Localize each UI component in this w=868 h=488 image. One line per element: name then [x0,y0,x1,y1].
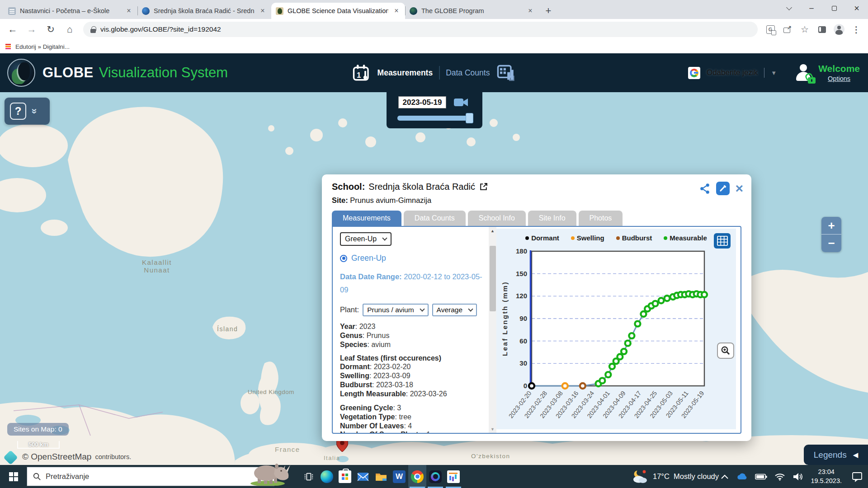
translate-icon[interactable]: G [763,22,778,37]
browser-menu-icon[interactable]: ⋮ [849,22,863,37]
edit-site-button[interactable] [716,182,730,195]
restore-button[interactable] [823,0,845,16]
taskbar-word[interactable]: W [390,465,408,488]
taskbar-clock[interactable]: 23:04 19.5.2023. [811,468,842,485]
legend-budburst: Budburst [616,234,652,242]
map-canvas[interactable]: Kalaallit Nunaat Ísland United Kingdom F… [0,92,868,465]
globe-logo[interactable] [7,59,35,87]
legend-dormant: Dormant [525,234,559,242]
school-name: Srednja škola Braća Radić [368,182,475,192]
attribution-osm[interactable]: © OpenStreetMap [22,452,91,462]
task-view-button[interactable] [300,465,318,488]
browser-tab-1[interactable]: Nastavnici - Početna – e-Škole × [4,3,137,19]
greenup-radio[interactable] [340,255,347,262]
protocol-select[interactable]: Green-Up [340,232,392,246]
svg-text:150: 150 [516,270,527,277]
nav-data-counts[interactable]: Data Counts [446,68,490,78]
aggregation-select[interactable]: Average [432,304,477,316]
browser-tab-4[interactable]: The GLOBE Program × [405,3,539,19]
tab-site-info[interactable]: Site Info [528,211,576,226]
close-tab-icon[interactable]: × [526,7,534,15]
tray-chevron-icon[interactable] [721,474,729,480]
onedrive-icon[interactable] [736,473,748,481]
url-text[interactable]: vis.globe.gov/GLOBE/?site_id=192042 [100,25,221,33]
table-icon [717,235,728,246]
date-range-label: Data Date Range: [340,272,402,281]
tab3-favicon [276,7,283,15]
plant-select[interactable]: Prunus / avium [363,304,428,316]
share-icon[interactable] [780,22,795,37]
info-row: Dormant: 2023-02-20 [340,363,482,371]
chevron-down-icon [420,306,425,311]
taskbar-weather[interactable]: 17°C Mostly cloudy [632,465,719,488]
search-placeholder: Pretraživanje [46,472,89,481]
bookmark-star-icon[interactable]: ☆ [797,22,812,37]
search-highlight-rhino[interactable] [241,459,295,486]
volume-icon[interactable] [793,472,803,481]
side-panel-icon[interactable] [815,22,829,37]
start-button[interactable] [0,465,27,488]
date-input[interactable]: 2023-05-19 [398,96,446,108]
taskbar-search[interactable]: Pretraživanje [27,467,274,486]
info-row: Number Of Same Plants: 1 [340,431,482,433]
new-tab-button[interactable]: + [542,4,555,18]
close-tab-icon[interactable]: × [392,7,401,15]
osm-logo [3,450,18,465]
zoom-in-button[interactable]: + [821,217,841,235]
external-link-icon[interactable] [479,182,488,192]
collapse-chevron-icon[interactable]: » [28,108,40,114]
close-window-button[interactable]: × [845,0,868,16]
info-row: Swelling: 2023-03-09 [340,372,482,380]
close-modal-icon[interactable]: × [735,183,743,194]
chart-zoom-button[interactable] [717,343,734,359]
back-icon[interactable]: ← [5,21,21,38]
taskbar-explorer[interactable] [372,465,390,488]
bookmark-item[interactable]: Edutorij » Digitalni... [15,43,70,50]
tab-school-info[interactable]: School Info [468,211,526,226]
notification-center-icon[interactable] [852,471,863,482]
wifi-icon[interactable] [774,473,785,481]
scrollbar-thumb[interactable] [490,246,496,311]
scroll-up-icon[interactable]: ▲ [489,227,496,235]
close-tab-icon[interactable]: × [125,7,133,15]
panel-scrollbar[interactable]: ▲ ▼ [489,227,496,433]
zoom-out-button[interactable]: − [821,235,841,252]
map-label-italia: Italia [324,455,340,461]
help-button[interactable]: ? [10,103,26,120]
battery-icon[interactable] [755,473,767,480]
taskbar-document-app[interactable] [444,465,462,488]
reload-icon[interactable]: ↻ [42,21,59,38]
tab-search-chevron-icon[interactable] [778,0,800,16]
scroll-down-icon[interactable]: ▼ [489,425,496,433]
date-slider-track[interactable] [397,116,472,121]
taskbar-chrome[interactable] [408,465,426,488]
language-dropdown-icon[interactable]: ▼ [771,70,777,76]
forward-icon[interactable]: → [24,21,40,38]
tab-measurements[interactable]: Measurements [332,211,401,226]
share-site-icon[interactable] [699,183,711,194]
minimize-button[interactable]: – [800,0,823,16]
mail-icon [357,470,369,483]
taskbar-store[interactable] [336,465,354,488]
taskbar-webex[interactable] [426,465,444,488]
school-row: School: Srednja škola Braća Radić [332,182,741,192]
url-bar[interactable]: vis.globe.gov/GLOBE/?site_id=192042 [83,22,758,37]
taskbar-mail[interactable] [354,465,372,488]
browser-tab-2[interactable]: Srednja škola Braća Radić - Sredn × [137,3,271,19]
legends-button[interactable]: Legends ◀ [804,445,868,465]
chrome-icon [411,470,424,483]
close-tab-icon[interactable]: × [259,7,267,15]
home-icon[interactable]: ⌂ [61,21,78,38]
profile-avatar[interactable] [832,22,846,37]
options-link[interactable]: Options [828,75,850,82]
taskbar-edge[interactable] [318,465,336,488]
nav-measurements[interactable]: Measurements [377,68,433,78]
animate-camera-icon[interactable] [453,97,469,108]
tab-photos[interactable]: Photos [579,211,623,226]
language-selector[interactable]: Odaberite jezik [707,68,758,77]
browser-tab-3-active[interactable]: GLOBE Science Data Visualization × [271,3,405,19]
legend-label: Dormant [531,234,559,242]
date-slider-handle[interactable] [466,113,473,123]
lock-icon [90,26,96,33]
tab-data-counts[interactable]: Data Counts [404,211,466,226]
